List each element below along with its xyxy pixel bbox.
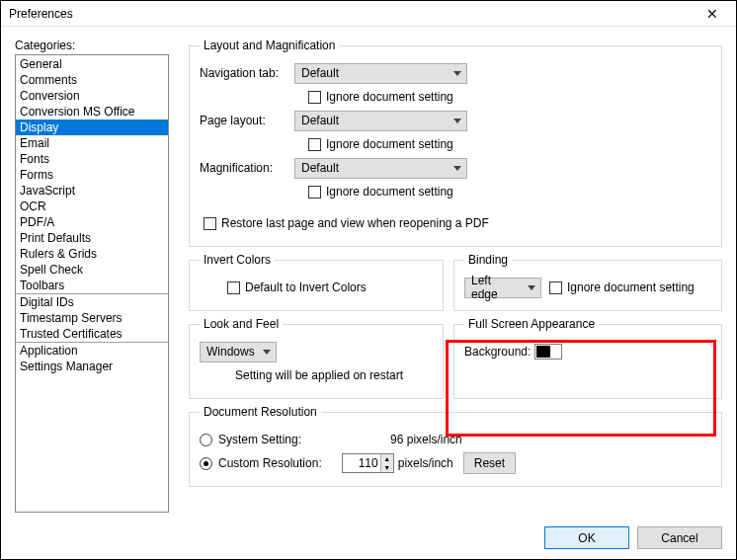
spin-up-icon[interactable]: ▲ (381, 454, 393, 463)
category-item[interactable]: PDF/A (16, 214, 168, 230)
legend-docres: Document Resolution (200, 405, 321, 419)
system-setting-radio[interactable]: System Setting: (200, 430, 301, 449)
legend-layout: Layout and Magnification (200, 39, 339, 52)
category-item[interactable]: OCR (16, 199, 168, 214)
group-document-resolution: Document Resolution System Setting: 96 p… (189, 405, 722, 487)
category-item[interactable]: JavaScript (16, 183, 168, 199)
category-item[interactable]: Settings Manager (16, 359, 168, 374)
background-color-picker[interactable] (534, 344, 562, 360)
magnification-select[interactable]: Default (294, 158, 467, 179)
category-item[interactable]: Digital IDs (16, 294, 168, 310)
category-item[interactable]: General (16, 56, 168, 72)
category-item[interactable]: Conversion MS Office (16, 104, 168, 120)
spin-down-icon[interactable]: ▼ (381, 463, 393, 472)
category-item[interactable]: Print Defaults (16, 230, 168, 246)
magnification-label: Magnification: (200, 161, 294, 175)
category-item[interactable]: Spell Check (16, 262, 168, 278)
default-invert-check[interactable]: Default to Invert Colors (227, 278, 367, 297)
category-item[interactable]: Timestamp Servers (16, 310, 168, 326)
chevron-down-icon (453, 119, 461, 123)
category-item[interactable]: Application (16, 343, 168, 359)
legend-binding: Binding (464, 253, 512, 267)
restore-last-page-check[interactable]: Restore last page and view when reopenin… (204, 213, 489, 233)
magnification-ignore-check[interactable]: Ignore document setting (308, 182, 453, 201)
background-label: Background: (464, 345, 531, 359)
group-fullscreen: Full Screen Appearance Background: (453, 317, 722, 399)
binding-select[interactable]: Left edge (464, 278, 541, 298)
legend-fullscreen: Full Screen Appearance (464, 317, 599, 331)
chevron-down-icon (453, 166, 461, 171)
custom-resolution-input[interactable]: ▲▼ (342, 453, 394, 473)
group-invert-colors: Invert Colors Default to Invert Colors (189, 253, 444, 311)
look-feel-select[interactable]: Windows (200, 342, 277, 362)
group-look-feel: Look and Feel Windows Setting will be ap… (189, 317, 444, 399)
color-swatch-icon (536, 346, 550, 358)
page-layout-label: Page layout: (200, 114, 294, 127)
category-item[interactable]: Toolbars (16, 278, 168, 293)
reset-button[interactable]: Reset (463, 452, 516, 474)
chevron-down-icon (453, 71, 461, 76)
page-layout-select[interactable]: Default (294, 111, 467, 131)
category-item[interactable]: Comments (16, 72, 168, 88)
nav-tab-select[interactable]: Default (294, 63, 467, 84)
close-icon[interactable]: ✕ (696, 1, 728, 27)
categories-label: Categories: (15, 39, 169, 52)
system-setting-value: 96 pixels/inch (390, 433, 462, 446)
group-binding: Binding Left edge Ignore document settin… (453, 253, 722, 311)
category-item[interactable]: Email (16, 135, 168, 151)
category-item[interactable]: Conversion (16, 88, 168, 104)
category-item[interactable]: Display (16, 120, 168, 135)
unit-label: pixels/inch (398, 456, 453, 470)
cancel-button[interactable]: Cancel (637, 526, 722, 549)
category-item[interactable]: Forms (16, 167, 168, 183)
legend-look: Look and Feel (200, 317, 283, 331)
page-layout-ignore-check[interactable]: Ignore document setting (308, 134, 453, 154)
look-feel-note: Setting will be applied on restart (235, 368, 403, 382)
categories-list[interactable]: GeneralCommentsConversionConversion MS O… (15, 54, 169, 513)
window-title: Preferences (9, 1, 73, 27)
nav-tab-label: Navigation tab: (200, 66, 294, 80)
chevron-down-icon (263, 350, 271, 355)
custom-resolution-radio[interactable]: Custom Resolution: (200, 453, 322, 473)
legend-invert: Invert Colors (200, 253, 275, 267)
category-item[interactable]: Rulers & Grids (16, 246, 168, 262)
ok-button[interactable]: OK (544, 526, 629, 549)
category-item[interactable]: Trusted Certificates (16, 326, 168, 342)
chevron-down-icon (528, 285, 535, 290)
nav-tab-ignore-check[interactable]: Ignore document setting (308, 87, 453, 107)
category-item[interactable]: Fonts (16, 151, 168, 167)
group-layout-magnification: Layout and Magnification Navigation tab:… (189, 39, 722, 247)
binding-ignore-check[interactable]: Ignore document setting (549, 278, 695, 297)
